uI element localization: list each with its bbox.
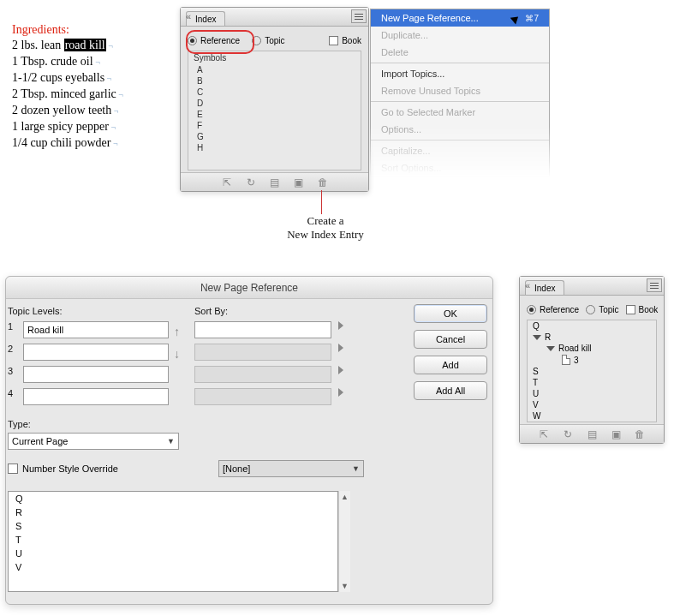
delete-entry-icon[interactable]: 🗑 [317,176,329,188]
add-button[interactable]: Add [414,356,487,374]
generate-index-icon[interactable]: ▤ [269,176,281,188]
chevron-down-icon: ▼ [352,464,360,473]
disclosure-triangle-icon[interactable] [533,335,541,340]
list-item[interactable]: H [188,142,361,153]
list-item[interactable]: V [528,399,656,410]
topic-level-1-input[interactable] [23,321,169,338]
chevron-right-icon[interactable] [338,388,343,397]
cancel-button[interactable]: Cancel [414,330,487,349]
topic-level-2-input[interactable] [23,344,169,361]
list-item[interactable]: F [188,120,361,131]
list-item[interactable]: T [9,533,337,547]
index-entry-list[interactable]: Q R Road kill 3 S T U V W [527,320,657,422]
ingredient-line: 1-1/2 cups eyeballs ¬ [12,70,123,87]
list-item[interactable]: E [188,109,361,120]
topic-level-3-input[interactable] [23,366,169,383]
menu-item-duplicate: Duplicate... [371,27,549,44]
menu-separator [371,101,549,102]
radio-reference[interactable]: Reference [188,36,240,45]
new-entry-icon[interactable]: ▣ [293,176,305,188]
list-item[interactable]: T [528,377,656,388]
sort-by-3-input [194,366,331,383]
scroll-down-icon[interactable]: ▼ [339,580,350,592]
menu-item-new-page-reference[interactable]: New Page Reference... ⌘7 [371,9,549,27]
list-item-expanded[interactable]: R [528,332,656,343]
topic-levels-label: Topic Levels: [8,306,63,316]
list-item[interactable]: S [528,366,656,377]
menu-item-import-topics[interactable]: Import Topics... [371,65,549,82]
generate-index-icon[interactable]: ▤ [586,428,598,440]
callout-line [321,190,322,214]
index-panel: « Index Reference Topic Book Symbols A B… [180,7,369,192]
update-preview-icon[interactable]: ↻ [562,428,574,440]
new-page-reference-dialog: New Page Reference Topic Levels: Sort By… [5,276,493,605]
radio-topic[interactable]: Topic [586,305,618,314]
ok-button[interactable]: OK [414,304,487,323]
panel-tabbar: « Index [520,277,664,296]
go-to-marker-icon[interactable]: ⇱ [221,176,233,188]
scrollbar[interactable]: ▲ ▼ [338,491,350,592]
ingredients-heading: Ingredients: [12,22,123,38]
topic-level-4-input[interactable] [23,388,169,405]
list-item[interactable]: B [188,75,361,87]
ingredients-block: Ingredients: 2 lbs. lean road kill ¬ 1 T… [12,22,123,152]
type-select[interactable]: Current Page▼ [8,433,179,450]
sort-by-label: Sort By: [194,306,228,316]
topic-preview-list[interactable]: Q R S T U V [8,491,338,592]
list-item[interactable]: R [9,505,337,519]
page-icon [562,355,570,365]
update-preview-icon[interactable]: ↻ [245,176,257,188]
list-item[interactable]: D [188,98,361,109]
index-page-ref[interactable]: 3 [528,354,656,366]
list-item[interactable]: A [188,64,361,75]
go-to-marker-icon[interactable]: ⇱ [538,428,550,440]
collapse-icon[interactable]: « [522,279,534,291]
number-style-select[interactable]: [None]▼ [218,460,364,477]
move-down-icon[interactable]: ↓ [174,347,180,361]
ingredient-line: 2 lbs. lean road kill ¬ [12,38,123,54]
list-item[interactable]: S [9,519,337,533]
radio-reference[interactable]: Reference [527,305,579,314]
panel-menu-button[interactable] [647,278,662,292]
chevron-right-icon[interactable] [338,321,343,330]
disclosure-triangle-icon[interactable] [546,346,555,351]
list-item[interactable]: W [528,410,656,422]
list-item[interactable]: C [188,87,361,98]
list-item[interactable]: Q [528,320,656,332]
index-panel-result: « Index Reference Topic Book Q R Road ki… [519,276,665,444]
list-item[interactable]: U [528,388,656,399]
row-num: 1 [8,321,18,338]
list-item[interactable]: G [188,131,361,142]
menu-item-remove-unused: Remove Unused Topics [371,82,549,99]
callout-text: Create a New Index Entry [274,214,377,242]
checkbox-book[interactable]: Book [329,36,361,45]
panel-tabbar: « Index [181,8,368,27]
chevron-right-icon[interactable] [338,344,343,352]
menu-item-options: Options... [371,121,549,138]
scroll-up-icon[interactable]: ▲ [339,491,350,503]
radio-topic[interactable]: Topic [252,36,284,45]
move-up-icon[interactable]: ↑ [174,325,180,338]
checkbox-book[interactable]: Book [626,305,659,314]
index-mode-row: Reference Topic Book [188,30,361,51]
row-num: 3 [8,366,18,383]
menu-item-capitalize: Capitalize... [371,142,549,159]
list-item[interactable]: U [9,547,337,560]
delete-entry-icon[interactable]: 🗑 [634,428,646,440]
selected-text: road kill [64,39,106,51]
list-item[interactable]: V [9,560,337,574]
add-all-button[interactable]: Add All [414,381,487,400]
new-entry-icon[interactable]: ▣ [610,428,622,440]
menu-item-delete: Delete [371,44,549,61]
index-entry[interactable]: Road kill [528,343,656,354]
panel-menu-button[interactable] [351,9,367,23]
collapse-icon[interactable]: « [182,10,194,22]
panel-footer: ⇱ ↻ ▤ ▣ 🗑 [181,172,368,191]
sort-by-1-input[interactable] [194,321,331,338]
sort-by-2-input [194,344,331,361]
number-style-override-checkbox[interactable]: Number Style Override [8,463,118,474]
chevron-right-icon[interactable] [338,366,343,374]
shortcut-label: ⌘7 [525,14,539,23]
index-entry-list[interactable]: Symbols A B C D E F G H [188,51,361,170]
list-item[interactable]: Q [9,492,337,505]
